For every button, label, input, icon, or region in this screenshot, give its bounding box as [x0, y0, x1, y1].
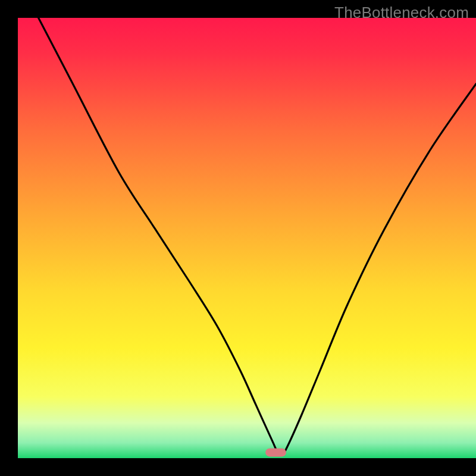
chart-svg: [0, 0, 476, 476]
chart-canvas: TheBottleneck.com: [0, 0, 476, 476]
target-marker: [265, 448, 286, 456]
plot-area: [18, 18, 476, 458]
watermark-label: TheBottleneck.com: [334, 4, 469, 22]
